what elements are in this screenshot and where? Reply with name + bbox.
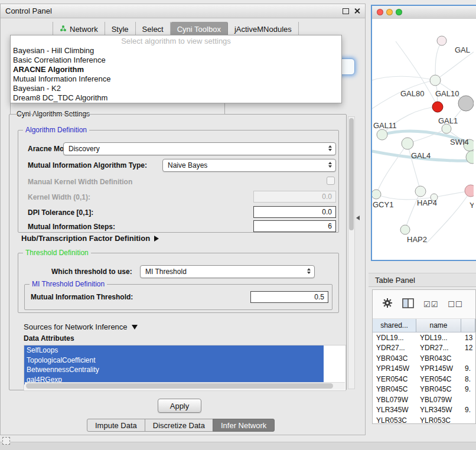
network-window-titlebar[interactable] <box>372 6 476 19</box>
settings-scrollbar[interactable] <box>348 116 355 389</box>
tab-label: Impute Data <box>95 421 137 430</box>
table-header-cell[interactable]: name <box>416 319 461 332</box>
mi-type-value: Naive Bayes <box>168 161 207 169</box>
algorithm-option[interactable]: Dream8 DC_TDC Algorithm <box>11 93 341 103</box>
select-all-columns-icon[interactable]: ☑☑ <box>423 300 438 309</box>
table-cell: YBR043C <box>416 354 461 363</box>
table-toolbar: ☑☑ ☐☐ <box>373 290 475 319</box>
tab-jactivemnodules[interactable]: jActiveMNodules <box>228 22 299 36</box>
algorithm-option[interactable]: Bayesian - Hill Climbing <box>11 46 341 56</box>
sources-header[interactable]: Sources for Network Inference <box>24 322 138 331</box>
manual-kernel-label: Manual Kernel Width Definition <box>28 178 132 186</box>
tab-select[interactable]: Select <box>136 22 171 36</box>
tab-style[interactable]: Style <box>105 22 136 36</box>
network-canvas[interactable]: GALGAL80GAL10GAL11GAL1SWI4GAL4GCY1HAP4HA… <box>372 19 476 259</box>
tab-cyni-toolbox[interactable]: Cyni Toolbox <box>171 22 228 36</box>
tab-discretize-data[interactable]: Discretize Data <box>145 419 213 432</box>
mi-threshold-label: Mutual Information Threshold: <box>31 293 133 301</box>
table-header-cell[interactable] <box>461 319 475 332</box>
tab-label: Discretize Data <box>153 421 205 430</box>
mi-steps-label: Mutual Information Steps: <box>28 223 115 231</box>
gear-icon[interactable] <box>382 298 393 311</box>
table-row[interactable]: YBR045CYBR045C9. <box>373 384 475 395</box>
network-node[interactable] <box>458 96 474 111</box>
mi-steps-field[interactable]: 6 <box>253 220 336 232</box>
tab-network[interactable]: Network <box>53 22 105 36</box>
table-row[interactable]: YLR345WYLR345W9. <box>373 405 475 416</box>
table-row[interactable]: YBL079WYBL079W <box>373 394 475 405</box>
unselect-all-columns-icon[interactable]: ☐☐ <box>448 300 462 309</box>
float-window-icon[interactable] <box>343 8 349 14</box>
combo-arrows-icon <box>328 145 332 151</box>
data-attributes-list[interactable]: SelfLoopsTopologicalCoefficientBetweenne… <box>24 345 346 391</box>
network-tab-icon <box>60 25 67 34</box>
table-row[interactable]: YPR145WYPR145W9. <box>373 364 475 374</box>
algorithm-popup-placeholder: Select algorithm to view settings <box>11 36 341 46</box>
mi-type-select[interactable]: Naive Bayes <box>162 159 336 172</box>
table-cell: 12 <box>461 344 475 352</box>
network-node-label: GAL <box>455 45 470 54</box>
table-header-cell[interactable]: shared... <box>373 319 416 332</box>
which-threshold-select[interactable]: MI Threshold <box>140 265 315 278</box>
network-node[interactable] <box>415 186 426 197</box>
table-row[interactable]: YBR043CYBR043C <box>373 353 475 364</box>
network-node[interactable] <box>432 102 443 112</box>
manual-kernel-checkbox[interactable] <box>327 177 335 185</box>
mac-minimize-button[interactable] <box>386 9 393 15</box>
minimized-panel-icon[interactable] <box>2 437 10 445</box>
close-icon[interactable] <box>354 8 360 14</box>
network-node-label: HAP4 <box>417 198 437 207</box>
attribute-list-item[interactable]: BetweennessCentrality <box>24 365 324 375</box>
table-row[interactable]: YDL19...YDL19...13 <box>373 332 475 343</box>
attribute-list-item[interactable]: TopologicalCoefficient <box>24 356 324 366</box>
algorithm-option[interactable]: Mutual Information Inference <box>11 74 341 84</box>
bottom-tabs: Impute Data Discretize Data Infer Networ… <box>87 419 275 432</box>
algorithm-option[interactable]: ARACNE Algorithm <box>11 65 341 74</box>
network-node[interactable] <box>377 129 387 140</box>
table-cell: 9. <box>461 364 475 373</box>
attribute-list-item[interactable]: SelfLoops <box>24 345 324 356</box>
network-node[interactable] <box>465 185 474 197</box>
data-attributes-label: Data Attributes <box>24 334 74 343</box>
table-panel-titlebar[interactable]: Table Panel <box>369 273 476 287</box>
network-node[interactable] <box>437 36 446 45</box>
network-node[interactable] <box>430 75 441 86</box>
expand-right-icon <box>154 236 159 242</box>
mi-threshold-field[interactable]: 0.5 <box>250 291 328 303</box>
algorithm-option[interactable]: Basic Correlation Inference <box>11 56 341 65</box>
network-node[interactable] <box>442 124 451 133</box>
table-cell: YLR345W <box>373 406 416 414</box>
tab-label: Style <box>112 25 129 34</box>
table-cell: YPR145W <box>373 364 416 373</box>
control-panel-titlebar[interactable]: Control Panel <box>1 4 365 18</box>
tab-impute-data[interactable]: Impute Data <box>87 419 145 432</box>
algorithm-option[interactable]: Bayesian - K2 <box>11 84 341 93</box>
network-node-label: GCY1 <box>373 200 393 209</box>
status-bar <box>0 442 476 450</box>
table-cell: YER054C <box>416 375 461 383</box>
network-node[interactable] <box>400 225 410 234</box>
columns-icon[interactable] <box>402 298 414 311</box>
horizontal-scrollbar[interactable] <box>25 382 345 390</box>
network-node-label: Y <box>470 201 474 210</box>
table-row[interactable]: YER054CYER054C8. <box>373 374 475 384</box>
scrollbar-thumb[interactable] <box>349 118 354 230</box>
table-row[interactable]: YLR053CYLR053C <box>373 415 475 424</box>
mac-zoom-button[interactable] <box>396 9 402 15</box>
hub-definition-header[interactable]: Hub/Transcription Factor Definition <box>21 234 159 243</box>
tab-label: jActiveMNodules <box>234 25 292 34</box>
aracne-mode-select[interactable]: Discovery <box>63 142 336 155</box>
table-row[interactable]: YDR27...YDR27...12 <box>373 343 475 354</box>
algorithm-definition-group: Algorithm Definition Aracne Mode: Discov… <box>18 130 339 233</box>
mi-type-label: Mutual Information Algorithm Type: <box>28 161 147 169</box>
network-node[interactable] <box>372 190 381 199</box>
table-cell: YDL19... <box>416 334 461 342</box>
network-node[interactable] <box>402 138 413 149</box>
tab-infer-network[interactable]: Infer Network <box>213 419 275 432</box>
network-node-label: SWI4 <box>450 138 469 146</box>
scrollbar-thumb[interactable] <box>26 383 333 389</box>
apply-button[interactable]: Apply <box>158 399 201 413</box>
dpi-tolerance-field[interactable]: 0.0 <box>253 206 336 218</box>
collapse-panel-icon[interactable] <box>356 216 360 220</box>
mac-close-button[interactable] <box>377 9 383 15</box>
